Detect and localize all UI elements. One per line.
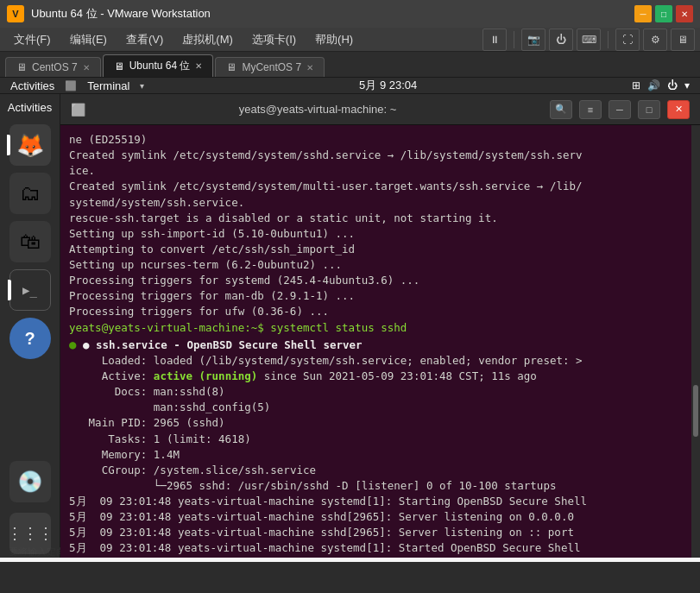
gnome-topbar: Activities ⬜ Terminal ▾ 5月 9 23:04 ⊞ 🔊 ⏻…	[0, 78, 700, 94]
tab-mycentos7-label: MyCentOS 7	[242, 61, 301, 73]
tab-centos7-close[interactable]: ✕	[83, 63, 90, 73]
window-title: Ubuntu 64 位 - VMware Workstation	[31, 6, 634, 22]
active-line: Active: active (running) since Sun 2021-…	[69, 369, 537, 382]
send-keys-button[interactable]: ⌨	[577, 28, 601, 51]
terminal-wrapper: ne (ED25519) Created symlink /etc/system…	[60, 125, 700, 558]
tab-bar: 🖥 CentOS 7 ✕ 🖥 Ubuntu 64 位 ✕ 🖥 MyCentOS …	[0, 52, 700, 78]
scrollbar[interactable]	[691, 125, 700, 558]
tab-mycentos7-close[interactable]: ✕	[306, 63, 313, 73]
active-status: active (running)	[154, 369, 257, 382]
menu-edit[interactable]: 编辑(E)	[61, 29, 116, 50]
firefox-icon: 🦊	[16, 132, 44, 159]
menu-file[interactable]: 文件(F)	[5, 29, 60, 50]
terminal-sidebar-icon: ▶_	[22, 283, 37, 297]
activities-button[interactable]: Activities	[10, 79, 54, 92]
terminal-header-icon: ⬜	[71, 103, 85, 117]
power-button[interactable]: ⏻	[549, 28, 573, 51]
power-icon[interactable]: ⏻	[667, 79, 678, 91]
system-menu-icon[interactable]: ▾	[684, 79, 690, 91]
display-button[interactable]: 🖥	[671, 28, 695, 51]
ssh-status-dot: ●	[69, 338, 76, 351]
minimize-button[interactable]: ─	[634, 5, 652, 22]
terminal-label[interactable]: Terminal	[87, 79, 129, 92]
terminal-dropdown-icon[interactable]: ▾	[140, 81, 144, 91]
terminal-icon: ⬜	[65, 80, 77, 91]
appstore-icon: 🛍	[20, 230, 41, 254]
menu-vm[interactable]: 虚拟机(M)	[173, 29, 242, 50]
separator	[514, 31, 514, 48]
sidebar-icon-appgrid[interactable]: ⋮⋮⋮	[9, 513, 51, 554]
tab-ubuntu64-label: Ubuntu 64 位	[129, 59, 191, 73]
tab-ubuntu64-close[interactable]: ✕	[195, 61, 202, 71]
network-icon[interactable]: ⊞	[632, 79, 640, 91]
dvd-icon: 💿	[17, 470, 43, 494]
command-prompt-line: yeats@yeats-virtual-machine:~$ systemctl…	[69, 321, 407, 334]
tab-centos7[interactable]: 🖥 CentOS 7 ✕	[5, 57, 101, 77]
terminal-menu-button[interactable]: ≡	[579, 100, 602, 119]
files-icon: 🗂	[20, 181, 41, 205]
tab-mycentos7-icon: 🖥	[226, 61, 236, 73]
datetime-display: 5月 9 23:04	[359, 79, 417, 91]
tab-mycentos7[interactable]: 🖥 MyCentOS 7 ✕	[215, 57, 325, 77]
terminal-title-right: 🔍 ≡ ─ □ ✕	[550, 100, 690, 119]
log-line-2: 5月 09 23:01:48 yeats-virtual-machine ssh…	[69, 510, 574, 523]
terminal-titlebar: ⬜ yeats@yeats-virtual-machine: ~ 🔍 ≡ ─ □…	[60, 94, 700, 125]
log-line-3: 5月 09 23:01:48 yeats-virtual-machine ssh…	[69, 526, 574, 539]
pause-button[interactable]: ⏸	[482, 28, 507, 51]
sidebar-icon-firefox[interactable]: 🦊	[9, 124, 51, 166]
gnome-topbar-left: Activities ⬜ Terminal ▾	[10, 79, 144, 92]
tab-ubuntu64[interactable]: 🖥 Ubuntu 64 位 ✕	[103, 54, 214, 77]
window-controls: ─ □ ✕	[634, 5, 693, 22]
terminal-max-button[interactable]: □	[638, 100, 660, 119]
volume-icon[interactable]: 🔊	[647, 79, 660, 91]
appgrid-icon: ⋮⋮⋮	[7, 524, 54, 543]
fullscreen-button[interactable]: ⛶	[615, 28, 640, 51]
sidebar-icon-dvd[interactable]: 💿	[9, 461, 51, 502]
tab-centos7-label: CentOS 7	[32, 61, 78, 73]
sidebar-icon-appstore[interactable]: 🛍	[9, 221, 51, 262]
gnome-sidebar: Activities 🦊 🗂 🛍 ▶_ ?	[0, 94, 60, 558]
menu-help[interactable]: 帮助(H)	[306, 29, 362, 50]
sidebar-icon-terminal[interactable]: ▶_	[9, 269, 51, 311]
separator2	[608, 31, 609, 48]
title-bar: V Ubuntu 64 位 - VMware Workstation ─ □ ✕	[0, 0, 700, 28]
help-icon: ?	[24, 329, 35, 349]
vmware-logo: V	[7, 5, 24, 22]
terminal-title-center: yeats@yeats-virtual-machine: ~	[85, 103, 550, 116]
terminal-title-left: ⬜	[71, 103, 85, 117]
gnome-topbar-center: 5月 9 23:04	[359, 78, 417, 93]
terminal-content[interactable]: ne (ED25519) Created symlink /etc/system…	[60, 125, 691, 558]
ssh-service-title: ● ssh.service - OpenBSD Secure Shell ser…	[83, 338, 363, 351]
menu-view[interactable]: 查看(V)	[117, 29, 172, 50]
terminal-output: ne (ED25519) Created symlink /etc/system…	[69, 132, 683, 558]
activities-label: Activities	[8, 101, 52, 114]
tab-ubuntu64-icon: 🖥	[114, 60, 124, 73]
terminal-min-button[interactable]: ─	[609, 100, 631, 119]
terminal-panel: ⬜ yeats@yeats-virtual-machine: ~ 🔍 ≡ ─ □…	[60, 94, 700, 558]
menubar: 文件(F) 编辑(E) 查看(V) 虚拟机(M) 选项卡(I) 帮助(H) ⏸ …	[0, 28, 700, 52]
terminal-search-button[interactable]: 🔍	[550, 100, 572, 119]
snapshot-button[interactable]: 📷	[521, 28, 545, 51]
maximize-button[interactable]: □	[655, 5, 672, 22]
activities-sidebar-button[interactable]: Activities	[0, 94, 60, 121]
tab-centos7-icon: 🖥	[16, 61, 27, 73]
scroll-thumb[interactable]	[693, 385, 698, 437]
gnome-topbar-right: ⊞ 🔊 ⏻ ▾	[632, 79, 690, 91]
log-line-1: 5月 09 23:01:48 yeats-virtual-machine sys…	[69, 495, 587, 508]
terminal-close-button[interactable]: ✕	[667, 100, 690, 119]
terminal-window-title: yeats@yeats-virtual-machine: ~	[239, 103, 397, 116]
log-line-4: 5月 09 23:01:48 yeats-virtual-machine sys…	[69, 541, 580, 554]
settings-button[interactable]: ⚙	[643, 28, 667, 51]
sidebar-icon-help[interactable]: ?	[9, 318, 51, 359]
close-button[interactable]: ✕	[676, 5, 693, 22]
menu-tabs[interactable]: 选项卡(I)	[243, 29, 305, 50]
sidebar-icon-files[interactable]: 🗂	[9, 173, 51, 214]
